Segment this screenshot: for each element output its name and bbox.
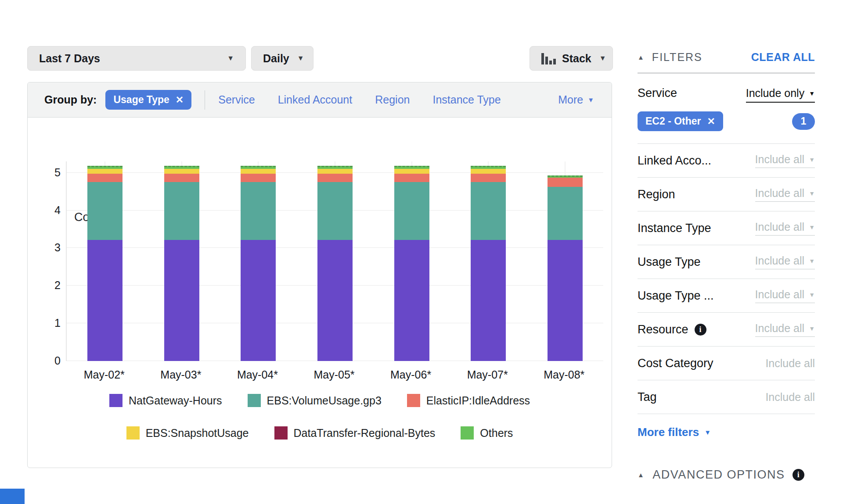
granularity-dropdown[interactable]: Daily ▼	[251, 46, 313, 71]
close-icon[interactable]: ✕	[707, 116, 715, 127]
filter-value-dropdown[interactable]: Include all▼	[755, 221, 815, 236]
y-axis-tick-label: 4	[40, 204, 61, 217]
stacked-bar-may-04[interactable]	[241, 166, 276, 361]
bar-segment-elasticip-idleaddress[interactable]	[548, 178, 583, 187]
group-by-option-region[interactable]: Region	[375, 93, 410, 106]
legend-item-datatransfer-regional-bytes: DataTransfer-Regional-Bytes	[274, 426, 436, 440]
bar-segment-elasticip-idleaddress[interactable]	[471, 174, 506, 182]
filter-value-dropdown[interactable]: Include all▼	[755, 153, 815, 168]
group-by-option-service[interactable]: Service	[218, 93, 255, 106]
bar-segment-others[interactable]	[317, 166, 353, 169]
bar-segment-elasticip-idleaddress[interactable]	[164, 174, 199, 182]
bar-segment-natgateway-hours[interactable]	[87, 240, 122, 361]
granularity-value: Daily	[263, 52, 289, 65]
advanced-options-toggle[interactable]: ▲ ADVANCED OPTIONS i	[638, 468, 815, 482]
bar-segment-ebs-snapshotusage[interactable]	[317, 169, 353, 173]
x-axis-tick-label: May-08*	[526, 368, 602, 381]
caret-down-icon: ▼	[809, 224, 815, 231]
bar-segment-elasticip-idleaddress[interactable]	[87, 174, 122, 182]
bar-segment-ebs-snapshotusage[interactable]	[164, 169, 199, 173]
filter-value-dropdown[interactable]: Include all▼	[755, 187, 815, 202]
bar-segment-natgateway-hours[interactable]	[241, 240, 276, 361]
filter-value: Include all	[765, 357, 815, 370]
bar-segment-natgateway-hours[interactable]	[317, 240, 353, 361]
filter-value-dropdown[interactable]: Include all▼	[755, 288, 815, 303]
bar-segment-natgateway-hours[interactable]	[548, 240, 583, 361]
stacked-bar-may-08[interactable]	[548, 175, 583, 361]
x-axis-tick-label: May-07*	[449, 368, 526, 381]
group-by-label: Group by:	[44, 93, 97, 106]
bar-segment-ebs-snapshotusage[interactable]	[241, 169, 276, 173]
x-axis-labels: May-02*May-03*May-04*May-05*May-06*May-0…	[66, 368, 602, 381]
service-filter-mode-value: Include only	[746, 87, 804, 100]
bar-segment-others[interactable]	[87, 166, 122, 169]
group-by-more[interactable]: More ▼	[558, 93, 594, 106]
bar-segment-natgateway-hours[interactable]	[164, 240, 199, 361]
bar-segment-ebs-volumeusage-gp3[interactable]	[164, 182, 199, 239]
stacked-bar-may-06[interactable]	[394, 166, 429, 361]
service-filter-chip-ec2-other[interactable]: EC2 - Other ✕	[638, 111, 723, 131]
caret-down-icon: ▼	[809, 156, 815, 163]
stacked-bar-may-03[interactable]	[164, 166, 199, 361]
info-icon[interactable]: i	[793, 469, 804, 481]
service-filter-mode-dropdown[interactable]: Include only ▼	[746, 87, 815, 103]
bar-segment-elasticip-idleaddress[interactable]	[241, 174, 276, 182]
caret-down-icon: ▼	[809, 257, 815, 265]
legend-item-elasticip-idleaddress: ElasticIP:IdleAddress	[407, 394, 530, 407]
filter-label-service: Service	[638, 86, 677, 100]
bar-segment-elasticip-idleaddress[interactable]	[394, 174, 429, 182]
bar-segment-others[interactable]	[394, 166, 429, 169]
group-by-option-linked-account[interactable]: Linked Account	[278, 93, 353, 106]
bar-segment-ebs-volumeusage-gp3[interactable]	[471, 182, 506, 239]
filter-value: Include all	[765, 391, 815, 404]
more-filters-link[interactable]: More filters ▼	[638, 425, 815, 439]
filter-row-region: RegionInclude all▼	[638, 178, 815, 211]
group-by-chip-usage-type[interactable]: Usage Type ✕	[105, 90, 191, 110]
bar-segment-natgateway-hours[interactable]	[471, 240, 506, 361]
filter-row-linked-acco: Linked Acco...Include all▼	[638, 143, 815, 178]
advanced-options-label: ADVANCED OPTIONS	[652, 468, 785, 482]
legend-item-natgateway-hours: NatGateway-Hours	[109, 394, 222, 407]
date-range-value: Last 7 Days	[39, 52, 100, 65]
chart-style-dropdown[interactable]: Stack ▼	[530, 46, 613, 71]
stacked-bar-may-02[interactable]	[87, 166, 122, 361]
stacked-bar-may-07[interactable]	[471, 166, 506, 361]
bar-segment-ebs-volumeusage-gp3[interactable]	[87, 182, 122, 239]
bar-segment-elasticip-idleaddress[interactable]	[317, 174, 353, 182]
filter-label: Instance Type	[638, 222, 711, 235]
bar-segment-ebs-volumeusage-gp3[interactable]	[548, 187, 583, 240]
filter-row-instance-type: Instance TypeInclude all▼	[638, 211, 815, 245]
filter-value: Include all	[755, 254, 805, 267]
divider	[638, 73, 815, 73]
filter-label: Cost Category	[638, 357, 713, 370]
x-axis-tick-label: May-05*	[296, 368, 373, 381]
bar-segment-ebs-volumeusage-gp3[interactable]	[317, 182, 353, 239]
bar-segment-natgateway-hours[interactable]	[394, 240, 429, 361]
bar-segment-others[interactable]	[471, 166, 506, 169]
clear-all-button[interactable]: CLEAR ALL	[751, 51, 815, 64]
filter-value-dropdown[interactable]: Include all▼	[755, 322, 815, 337]
bar-segment-ebs-snapshotusage[interactable]	[471, 169, 506, 173]
caret-down-icon: ▼	[599, 54, 606, 62]
y-axis-tick-label: 3	[40, 241, 61, 254]
stacked-bar-may-05[interactable]	[317, 166, 353, 361]
bar-segment-ebs-snapshotusage[interactable]	[87, 169, 122, 173]
legend-swatch	[248, 394, 261, 407]
close-icon[interactable]: ✕	[176, 94, 184, 106]
filter-value-dropdown[interactable]: Include all▼	[755, 254, 815, 269]
filter-label: Resource	[638, 323, 688, 336]
info-icon[interactable]: i	[695, 324, 706, 336]
bar-segment-ebs-volumeusage-gp3[interactable]	[241, 182, 276, 239]
bar-segment-ebs-snapshotusage[interactable]	[394, 169, 429, 173]
bar-segment-others[interactable]	[164, 166, 199, 169]
caret-down-icon: ▼	[809, 90, 815, 97]
cost-explorer-page: Last 7 Days ▼ Daily ▼ Stack ▼ Group by: …	[0, 0, 843, 504]
date-range-dropdown[interactable]: Last 7 Days ▼	[27, 46, 246, 71]
filters-collapse-toggle[interactable]: ▲ FILTERS	[638, 51, 702, 64]
filter-value: Include all	[755, 187, 805, 200]
bar-segment-others[interactable]	[241, 166, 276, 169]
bar-segment-ebs-volumeusage-gp3[interactable]	[394, 182, 429, 239]
legend-label: EBS:SnapshotUsage	[146, 427, 249, 440]
group-by-option-instance-type[interactable]: Instance Type	[432, 93, 501, 106]
y-axis-tick-label: 2	[40, 279, 61, 292]
